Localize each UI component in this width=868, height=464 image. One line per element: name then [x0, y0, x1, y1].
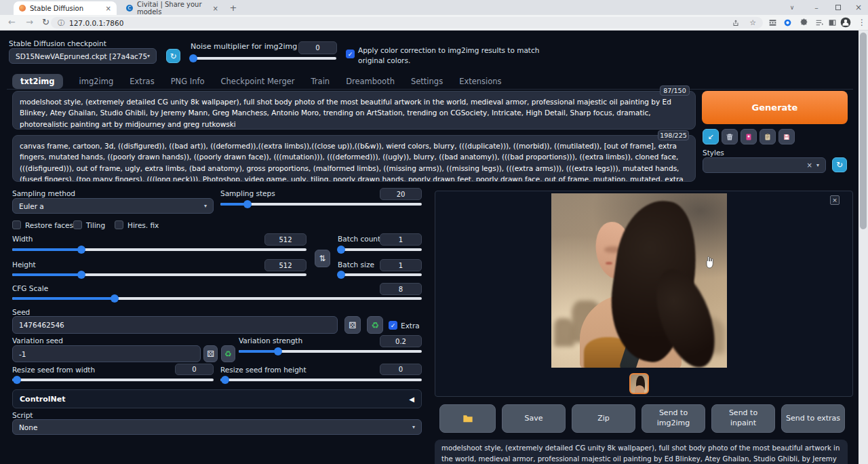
variation-random-seed-button[interactable]: ⚄: [203, 345, 218, 362]
tab-extras[interactable]: Extras: [130, 77, 154, 86]
extra-seed-checkbox[interactable]: ✓: [389, 321, 397, 330]
styles-refresh-button[interactable]: ↻: [832, 157, 847, 172]
window-close-button[interactable]: ×: [849, 0, 868, 15]
slider-thumb[interactable]: [337, 271, 345, 279]
variation-strength-value[interactable]: 0.2: [380, 335, 422, 347]
apply-styles-button[interactable]: [760, 129, 776, 144]
save-style-button[interactable]: [778, 129, 795, 144]
extensions-puzzle-icon[interactable]: [797, 16, 810, 28]
clear-prompt-button[interactable]: [722, 129, 738, 144]
styles-dropdown[interactable]: × ▾: [703, 157, 826, 173]
noise-multiplier-slider[interactable]: [191, 57, 336, 60]
sampling-steps-slider[interactable]: [220, 203, 422, 206]
send-to-inpaint-button[interactable]: Send to inpaint: [711, 404, 775, 433]
seed-input[interactable]: 1476462546: [12, 316, 338, 334]
width-value[interactable]: 512: [264, 233, 307, 246]
batch-size-value[interactable]: 1: [380, 259, 422, 271]
send-to-img2img-button[interactable]: Send to img2img: [642, 404, 705, 433]
side-panel-icon[interactable]: [826, 16, 838, 28]
hires-fix-checkbox[interactable]: [115, 220, 123, 229]
variation-strength-slider[interactable]: [239, 350, 422, 353]
checkpoint-dropdown[interactable]: SD15NewVAEpruned.ckpt [27a4ac756c] ▾: [9, 48, 157, 64]
swap-dimensions-button[interactable]: ⇅: [315, 250, 330, 267]
tab-close-icon[interactable]: ×: [99, 5, 111, 12]
reuse-seed-button[interactable]: ♻: [367, 316, 383, 334]
paste-params-button[interactable]: ↙: [703, 129, 719, 144]
browser-tab-stable-diffusion[interactable]: Stable Diffusion ×: [14, 1, 117, 15]
zip-button[interactable]: Zip: [572, 404, 635, 433]
slider-thumb[interactable]: [243, 200, 252, 208]
checkpoint-refresh-button[interactable]: ↻: [166, 49, 180, 63]
save-button[interactable]: Save: [502, 404, 566, 433]
resize-seed-width-slider[interactable]: [12, 379, 214, 381]
slider-thumb[interactable]: [77, 271, 85, 279]
negative-prompt-textarea[interactable]: canvas frame, cartoon, 3d, ((disfigured)…: [12, 135, 696, 182]
slider-thumb[interactable]: [274, 347, 282, 355]
batch-count-slider[interactable]: [338, 248, 422, 251]
extension-grid-icon[interactable]: [766, 16, 778, 28]
generate-button[interactable]: Generate: [702, 91, 848, 124]
address-bar[interactable]: ⓘ 127.0.0.1:7860 ☆: [51, 17, 763, 28]
profile-avatar[interactable]: [840, 16, 852, 28]
window-menu-chevron[interactable]: ∨: [783, 0, 802, 15]
gallery-thumbnail[interactable]: [629, 373, 649, 394]
generated-image[interactable]: [551, 193, 727, 368]
tab-train[interactable]: Train: [311, 77, 330, 86]
slider-thumb[interactable]: [337, 246, 345, 254]
tab-close-icon[interactable]: ×: [206, 5, 218, 12]
height-value[interactable]: 512: [264, 259, 307, 271]
cfg-scale-slider[interactable]: [12, 297, 422, 300]
site-info-icon[interactable]: ⓘ: [58, 18, 64, 28]
tab-png-info[interactable]: PNG Info: [171, 77, 205, 86]
height-slider[interactable]: [12, 273, 307, 276]
resize-seed-height-value[interactable]: 0: [380, 364, 422, 375]
back-icon[interactable]: ←: [8, 17, 16, 28]
media-control-icon[interactable]: [781, 16, 793, 28]
resize-seed-height-slider[interactable]: [220, 379, 422, 381]
prompt-textarea[interactable]: modelshoot style, (extremely detailed CG…: [12, 91, 696, 130]
maximize-button[interactable]: [829, 0, 848, 15]
tab-checkpoint-merger[interactable]: Checkpoint Merger: [221, 77, 295, 86]
variation-reuse-seed-button[interactable]: ♻: [221, 345, 235, 362]
cfg-scale-value[interactable]: 8: [380, 283, 422, 295]
browser-tab-civitai[interactable]: C Civitai | Share your models ×: [121, 1, 224, 15]
noise-multiplier-value[interactable]: 0: [298, 41, 337, 54]
batch-size-slider[interactable]: [338, 273, 422, 276]
sampling-method-dropdown[interactable]: Euler a ▾: [12, 198, 214, 214]
script-dropdown[interactable]: None ▾: [12, 419, 422, 435]
slider-thumb[interactable]: [13, 376, 21, 384]
slider-thumb[interactable]: [189, 54, 197, 62]
batch-count-value[interactable]: 1: [380, 233, 422, 246]
restore-faces-checkbox[interactable]: [12, 220, 21, 229]
send-to-extras-button[interactable]: Send to extras: [781, 404, 845, 433]
bookmark-star-icon[interactable]: ☆: [749, 18, 756, 27]
clear-styles-icon[interactable]: ×: [807, 161, 812, 169]
reading-list-icon[interactable]: [813, 16, 825, 28]
new-tab-button[interactable]: +: [228, 2, 239, 13]
sampling-steps-value[interactable]: 20: [380, 188, 422, 200]
tiling-checkbox[interactable]: [73, 220, 82, 229]
open-folder-button[interactable]: [439, 404, 496, 433]
tab-dreambooth[interactable]: Dreambooth: [346, 77, 395, 86]
variation-seed-input[interactable]: -1: [12, 345, 201, 362]
controlnet-accordion[interactable]: ControlNet ◀: [12, 389, 422, 408]
slider-thumb[interactable]: [77, 246, 85, 254]
color-correction-checkbox[interactable]: ✓: [346, 50, 355, 58]
extra-networks-button[interactable]: [741, 129, 757, 144]
share-icon[interactable]: [732, 19, 740, 27]
reload-icon[interactable]: ↻: [42, 17, 50, 28]
width-slider[interactable]: [12, 248, 307, 251]
slider-thumb[interactable]: [111, 294, 119, 303]
minimize-button[interactable]: –: [807, 0, 826, 15]
random-seed-button[interactable]: ⚄: [344, 316, 361, 334]
resize-seed-width-value[interactable]: 0: [175, 364, 214, 375]
slider-thumb[interactable]: [221, 376, 229, 384]
tab-img2img[interactable]: img2img: [79, 77, 114, 86]
tab-txt2img[interactable]: txt2img: [12, 74, 63, 89]
browser-menu-icon[interactable]: ⋮: [856, 16, 868, 28]
scrollbar-thumb[interactable]: [860, 33, 867, 229]
tab-settings[interactable]: Settings: [411, 77, 443, 86]
close-preview-button[interactable]: ×: [830, 195, 840, 205]
tab-extensions[interactable]: Extensions: [459, 77, 501, 86]
forward-icon[interactable]: →: [26, 17, 33, 28]
